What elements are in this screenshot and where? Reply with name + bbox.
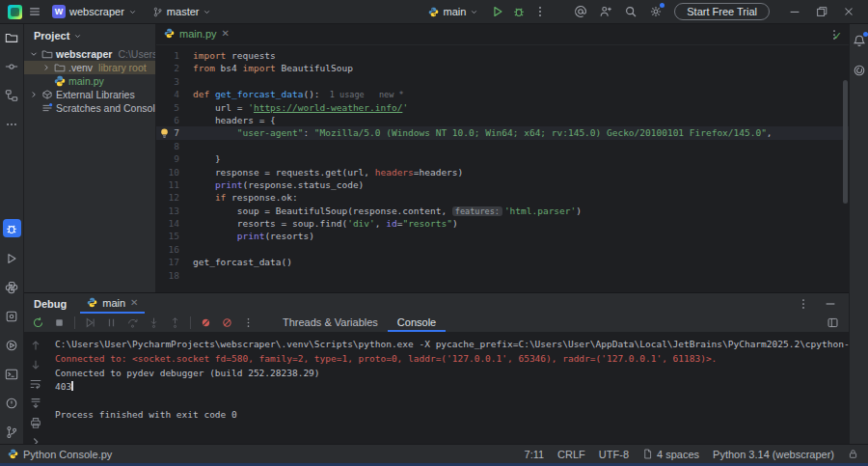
start-free-trial-button[interactable]: Start Free Trial [674, 3, 770, 20]
run-tool-icon[interactable] [4, 250, 20, 266]
project-tree-item-external-libraries[interactable]: External Libraries [24, 88, 155, 101]
line-number[interactable]: 17 [156, 256, 193, 268]
debug-session-tab[interactable]: main ✕ [80, 293, 145, 314]
inspection-ok-icon[interactable]: ✓ [833, 30, 842, 42]
tab-threads-variables[interactable]: Threads & Variables [273, 314, 388, 332]
structure-tool-icon[interactable] [4, 87, 20, 103]
pause-icon[interactable] [105, 316, 118, 329]
rerun-icon[interactable] [32, 316, 44, 329]
editor-tab-main-py[interactable]: main.py ✕ [156, 24, 237, 44]
folder-icon [41, 48, 53, 60]
project-tool-icon[interactable] [4, 29, 20, 45]
line-number[interactable]: 14 [156, 217, 193, 230]
settings-icon[interactable] [649, 5, 663, 18]
cursor-position-widget[interactable]: 7:11 [525, 449, 545, 460]
line-number[interactable]: 3 [156, 75, 193, 88]
line-number[interactable]: 7 [156, 126, 193, 139]
step-out-icon[interactable] [169, 316, 181, 329]
scroll-to-end-icon[interactable] [29, 396, 43, 410]
code-area[interactable]: 1import requests2from bs4 import Beautif… [156, 45, 849, 292]
intention-bulb-icon[interactable] [160, 128, 169, 139]
interpreter-widget[interactable]: Python 3.14 (webscraper) [713, 449, 834, 460]
editor-scrollbar[interactable] [843, 80, 848, 204]
more-actions-icon[interactable] [533, 5, 547, 18]
line-number[interactable]: 11 [156, 178, 193, 191]
console-toolbar [24, 332, 47, 444]
folder-icon [54, 62, 66, 73]
encoding-widget[interactable]: UTF-8 [599, 449, 629, 460]
line-number[interactable]: 12 [156, 191, 193, 204]
vcs-branch-widget[interactable]: master [148, 4, 217, 19]
run-configuration-widget[interactable]: main [423, 4, 483, 19]
tab-close-icon[interactable]: ✕ [130, 297, 138, 308]
restore-icon[interactable] [808, 0, 835, 24]
line-number[interactable]: 18 [156, 269, 193, 282]
close-icon[interactable] [835, 0, 862, 24]
problems-tool-icon[interactable] [4, 395, 20, 411]
commit-tool-icon[interactable] [4, 58, 20, 74]
statusbar-file-widget[interactable]: Python Console.py [8, 449, 112, 460]
version-control-tool-icon[interactable] [4, 424, 20, 440]
step-into-icon[interactable] [148, 316, 160, 329]
chevron-right-icon[interactable] [41, 63, 51, 72]
line-number[interactable]: 8 [156, 140, 193, 152]
line-number[interactable]: 10 [156, 166, 193, 178]
code-with-me-icon[interactable] [599, 5, 612, 18]
project-tree-item-webscraper[interactable]: webscraperC:\Users\User\P [24, 47, 155, 61]
console-output[interactable]: C:\Users\User\PycharmProjects\webscraper… [47, 332, 849, 444]
line-number[interactable]: 6 [156, 114, 193, 126]
step-over-icon[interactable] [126, 316, 139, 329]
indent-widget[interactable]: 4 spaces [642, 449, 699, 460]
terminal-tool-icon[interactable] [4, 366, 20, 382]
tab-console[interactable]: Console [388, 314, 446, 332]
code-line-17: 17get_forcast_data() [156, 256, 849, 268]
project-tree-item-venv[interactable]: .venvlibrary root [24, 61, 155, 74]
down-stack-frame-icon[interactable] [29, 357, 43, 371]
more-tool-windows-icon[interactable] [4, 116, 20, 132]
line-number[interactable]: 5 [156, 101, 193, 114]
ai-mention-icon[interactable] [574, 5, 587, 18]
editor-tab-label: main.py [179, 28, 217, 40]
mute-breakpoints-icon[interactable] [221, 316, 233, 329]
stop-icon[interactable] [53, 316, 66, 329]
project-tree-item-main-py[interactable]: main.py [24, 74, 155, 88]
main-menu-icon[interactable] [28, 5, 41, 18]
minimize-icon[interactable] [781, 0, 808, 24]
code-line-6: 6 headers = { [156, 114, 849, 126]
chevron-down-icon[interactable] [29, 49, 39, 59]
lock-icon[interactable] [848, 449, 858, 459]
debug-tool-icon[interactable] [3, 219, 21, 237]
layout-settings-icon[interactable] [827, 316, 849, 329]
project-widget[interactable]: W webscraper [47, 3, 142, 20]
line-number[interactable]: 15 [156, 230, 193, 242]
profiler-tool-icon[interactable] [4, 337, 20, 353]
chevron-right-icon[interactable] [29, 90, 39, 99]
soft-wrap-icon[interactable] [29, 376, 43, 391]
chevron-placeholder [29, 103, 39, 113]
resume-icon[interactable] [84, 316, 96, 329]
debug-more-icon[interactable] [242, 316, 255, 329]
line-number[interactable]: 2 [156, 62, 193, 74]
line-number[interactable]: 9 [156, 152, 193, 165]
print-icon[interactable] [29, 415, 43, 429]
line-number[interactable]: 13 [156, 205, 193, 217]
python-console-tool-icon[interactable] [4, 279, 20, 295]
debug-button[interactable] [512, 5, 526, 18]
ai-assistant-icon[interactable] [851, 62, 867, 78]
lib-icon [41, 89, 53, 100]
chevron-down-icon[interactable] [73, 32, 82, 41]
line-number[interactable]: 4 [156, 88, 193, 100]
line-number[interactable]: 16 [156, 243, 193, 256]
services-tool-icon[interactable] [4, 308, 20, 324]
debug-options-icon[interactable] [797, 297, 810, 311]
line-ending-widget[interactable]: CRLF [557, 449, 585, 460]
notifications-bell-icon[interactable] [851, 32, 867, 48]
line-number[interactable]: 1 [156, 49, 193, 62]
project-tree-item-scratches-and-consoles[interactable]: Scratches and Consoles [24, 101, 155, 115]
tab-close-icon[interactable]: ✕ [222, 28, 230, 39]
hide-panel-icon[interactable] [824, 297, 837, 311]
search-everywhere-icon[interactable] [624, 5, 637, 18]
run-button[interactable] [491, 5, 504, 18]
up-stack-frame-icon[interactable] [29, 338, 43, 352]
view-breakpoints-icon[interactable] [200, 316, 212, 329]
